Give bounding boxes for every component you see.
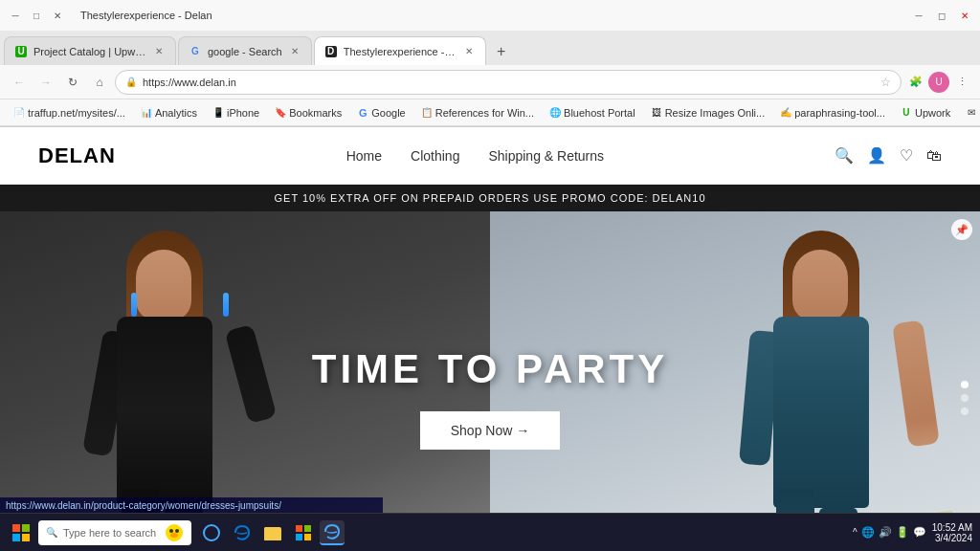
hero-section: TIME TO PARTY Shop Now → 📌 [0, 211, 980, 514]
star-icon[interactable]: ☆ [880, 76, 891, 89]
bookmark-bluehost[interactable]: 🌐 Bluehost Portal [544, 105, 641, 121]
tab-favicon-google: G [189, 45, 202, 58]
tabs-bar: U Project Catalog | Upwork ✕ G google - … [0, 31, 980, 65]
bookmark-paraphrase[interactable]: ✍ paraphrasing-tool... [774, 105, 891, 121]
bookmark-upwork[interactable]: U Upwork [895, 105, 956, 121]
window-restore-button[interactable]: ◻ [934, 8, 949, 23]
bookmark-google[interactable]: G Google [351, 105, 411, 121]
window-minimize-button[interactable]: ─ [911, 8, 926, 23]
svg-point-8 [204, 525, 219, 540]
settings-icon[interactable]: ⋮ [951, 72, 972, 93]
bookmark-favicon-inbox: ✉ [966, 107, 977, 119]
profile-icon[interactable]: U [928, 72, 949, 93]
window-title: Thestylerexperience - Delan [80, 10, 212, 21]
bookmark-label-references: References for Win... [435, 107, 534, 119]
svg-rect-2 [12, 534, 20, 541]
bookmark-favicon-iphone: 📱 [212, 107, 224, 119]
taskbar-icon-store[interactable] [291, 520, 316, 545]
bookmark-favicon-paraphrase: ✍ [780, 107, 791, 119]
system-tray-expand[interactable]: ^ [853, 527, 858, 538]
pin-overlay[interactable]: 📌 [951, 219, 972, 240]
forward-button[interactable]: → [34, 71, 57, 94]
address-bar[interactable]: 🔒 https://www.delan.in ☆ [115, 70, 902, 95]
clock-time: 10:52 AM [932, 522, 972, 533]
tab-delan[interactable]: D Thestylerexperience - Delan ✕ [314, 36, 486, 65]
bookmark-references[interactable]: 📋 References for Win... [415, 105, 540, 121]
bookmark-favicon-bookmarks: 🔖 [275, 107, 286, 119]
taskbar-right: ^ 🌐 🔊 🔋 💬 10:52 AM 3/4/2024 [853, 522, 972, 543]
tab-google[interactable]: G google - Search ✕ [178, 36, 312, 65]
bookmark-favicon-bluehost: 🌐 [549, 107, 561, 119]
taskbar-icon-cortana[interactable] [199, 520, 224, 545]
window-close-button[interactable]: ✕ [957, 8, 972, 23]
taskbar-clock[interactable]: 10:52 AM 3/4/2024 [932, 522, 972, 543]
svg-rect-3 [22, 534, 30, 541]
tab-close-upwork[interactable]: ✕ [152, 45, 166, 58]
tab-close-delan[interactable]: ✕ [462, 45, 476, 58]
new-tab-button[interactable]: + [488, 38, 515, 65]
tab-label-google: google - Search [208, 46, 282, 57]
svg-rect-1 [22, 524, 30, 532]
tab-close-google[interactable]: ✕ [288, 45, 301, 58]
taskbar-icon-edge[interactable] [230, 520, 255, 545]
bookmark-label-analytics: Analytics [155, 107, 197, 119]
notification-icon[interactable]: 💬 [913, 526, 926, 539]
bookmark-bookmarks[interactable]: 🔖 Bookmarks [269, 105, 347, 121]
bookmark-label-bluehost: Bluehost Portal [564, 107, 635, 119]
account-icon[interactable]: 👤 [867, 146, 886, 165]
svg-rect-14 [296, 534, 302, 540]
bookmarks-bar: 📄 traffup.net/mysites/... 📊 Analytics 📱 … [0, 99, 980, 126]
bookmark-analytics[interactable]: 📊 Analytics [135, 105, 203, 121]
bookmark-label-google: Google [371, 107, 405, 119]
bookmark-favicon-references: 📋 [421, 107, 433, 119]
bookmark-resize[interactable]: 🖼 Resize Images Onli... [645, 105, 771, 121]
volume-icon[interactable]: 🔊 [879, 526, 892, 539]
bookmark-label-bookmarks: Bookmarks [289, 107, 342, 119]
bookmark-label-upwork: Upwork [915, 107, 950, 119]
bookmark-inbox[interactable]: ✉ Inbox (74,259) - he... [960, 105, 980, 121]
tab-upwork[interactable]: U Project Catalog | Upwork ✕ [4, 36, 176, 65]
bookmark-traffup[interactable]: 📄 traffup.net/mysites/... [8, 105, 131, 121]
bookmark-favicon-analytics: 📊 [141, 107, 152, 119]
wishlist-icon[interactable]: ♡ [900, 146, 913, 165]
site-header: DELAN Home Clothing Shipping & Returns 🔍… [0, 127, 980, 185]
maximize-icon[interactable]: □ [29, 8, 44, 23]
network-icon[interactable]: 🌐 [861, 526, 875, 539]
clock-date: 3/4/2024 [932, 533, 972, 543]
home-button[interactable]: ⌂ [88, 71, 111, 94]
hero-cta-button[interactable]: Shop Now → [420, 411, 560, 450]
nav-right-icons: 🧩 U ⋮ [905, 72, 972, 93]
svg-rect-10 [264, 530, 281, 540]
minimize-icon[interactable]: ─ [8, 8, 23, 23]
taskbar-search[interactable]: 🔍 Type here to search [38, 520, 191, 545]
slide-dot-3[interactable] [961, 408, 969, 415]
taskbar-icon-explorer[interactable] [260, 520, 285, 545]
slide-dot-2[interactable] [961, 394, 969, 402]
slide-dot-1[interactable] [961, 381, 969, 388]
close-icon[interactable]: ✕ [50, 8, 65, 23]
nav-link-clothing[interactable]: Clothing [411, 148, 459, 164]
svg-rect-11 [264, 527, 272, 531]
tab-label-upwork: Project Catalog | Upwork [33, 46, 146, 57]
refresh-button[interactable]: ↻ [61, 71, 84, 94]
browser-window: ─ □ ✕ Thestylerexperience - Delan ─ ◻ ✕ … [0, 0, 980, 551]
tab-favicon-delan: D [324, 45, 338, 58]
tab-label-delan: Thestylerexperience - Delan [344, 46, 457, 57]
nav-link-shipping[interactable]: Shipping & Returns [488, 148, 604, 164]
battery-icon[interactable]: 🔋 [896, 526, 909, 539]
cart-icon[interactable]: 🛍 [926, 147, 942, 165]
back-button[interactable]: ← [8, 71, 31, 94]
start-button[interactable] [8, 519, 34, 546]
address-text: https://www.delan.in [143, 77, 875, 88]
bookmark-favicon-upwork: U [901, 107, 912, 119]
lock-icon: 🔒 [125, 77, 137, 87]
bookmark-favicon-traffup: 📄 [13, 107, 25, 119]
bookmark-iphone[interactable]: 📱 iPhone [207, 105, 265, 121]
search-icon[interactable]: 🔍 [835, 146, 854, 165]
taskbar-browser-icon[interactable] [320, 520, 345, 545]
nav-link-home[interactable]: Home [346, 148, 382, 164]
status-bar-url: https://www.delan.in/product-category/wo… [6, 500, 281, 511]
site-content: DELAN Home Clothing Shipping & Returns 🔍… [0, 127, 980, 514]
extension-icon[interactable]: 🧩 [905, 72, 926, 93]
title-bar: ─ □ ✕ Thestylerexperience - Delan ─ ◻ ✕ [0, 0, 980, 31]
